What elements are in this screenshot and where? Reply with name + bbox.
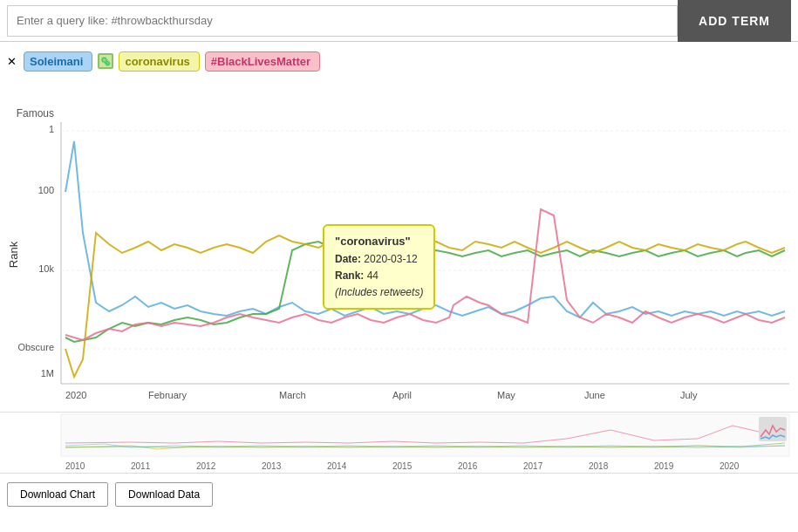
tag-label: Soleimani	[30, 55, 83, 68]
x-label-mar: March	[279, 390, 306, 400]
tag-blacklivesmatter: #BlackLivesMatter	[205, 51, 320, 72]
tag-label: #BlackLivesMatter	[211, 55, 310, 68]
tooltip-dot	[386, 246, 395, 255]
x-label-apr: April	[392, 390, 412, 400]
header: ADD TERM	[0, 0, 798, 42]
y-axis-rank-label: Rank	[7, 241, 20, 268]
y-label-100: 100	[38, 185, 54, 195]
tags-row: ✕ Soleimani 🦠 coronavirus #BlackLivesMat…	[0, 42, 798, 80]
mini-x-2012: 2012	[196, 461, 216, 471]
y-label-10k: 10k	[38, 263, 54, 274]
download-chart-button[interactable]: Download Chart	[7, 482, 108, 507]
x-label-jun: June	[584, 390, 605, 400]
y-label-famous: Famous	[17, 107, 54, 119]
tag-coronavirus: coronavirus	[119, 51, 199, 72]
mini-x-2016: 2016	[458, 461, 478, 471]
line-coronavirus	[65, 242, 785, 342]
mini-x-2015: 2015	[392, 461, 413, 471]
mini-x-2017: 2017	[523, 461, 543, 471]
mini-x-2010: 2010	[65, 461, 85, 471]
line-soleimani	[65, 141, 785, 317]
tag-coronavirus-icon: 🦠	[98, 53, 113, 69]
x-label-2020: 2020	[65, 390, 86, 400]
mini-x-2013: 2013	[262, 461, 282, 471]
tag-label: coronavirus	[125, 55, 189, 68]
mini-chart-svg: 2010 2011 2012 2013 2014 2015 2016 2017 …	[0, 413, 798, 474]
search-input[interactable]	[7, 5, 678, 37]
main-chart-area: Famous 1 100 10k Obscure 1M Rank 2020 Fe…	[0, 80, 798, 412]
y-label-obscure: Obscure	[17, 342, 54, 352]
y-label-1m: 1M	[41, 368, 54, 379]
add-term-button[interactable]: ADD TERM	[678, 0, 791, 42]
tag-close-x[interactable]: ✕	[7, 55, 17, 68]
download-data-button[interactable]: Download Data	[115, 482, 213, 507]
mini-chart-area: 2010 2011 2012 2013 2014 2015 2016 2017 …	[0, 412, 798, 473]
main-chart-svg: Famous 1 100 10k Obscure 1M Rank 2020 Fe…	[0, 80, 798, 412]
tag-soleimani: Soleimani	[24, 51, 92, 72]
x-label-jul: July	[680, 390, 698, 400]
x-label-may: May	[497, 390, 515, 400]
bottom-buttons: Download Chart Download Data	[0, 473, 798, 515]
mini-x-2014: 2014	[327, 461, 347, 471]
mini-x-2020: 2020	[720, 461, 740, 471]
x-label-feb: February	[148, 390, 188, 400]
mini-x-2019: 2019	[654, 461, 674, 471]
mini-x-2011: 2011	[131, 461, 151, 471]
mini-chart-bg	[61, 414, 789, 456]
mini-x-2018: 2018	[589, 461, 609, 471]
y-label-1: 1	[49, 124, 54, 134]
